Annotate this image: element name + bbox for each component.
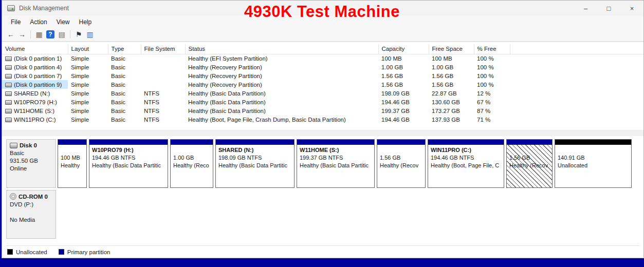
- partition-color-bar: [58, 140, 86, 145]
- partition-size: 194.46 GB NTFS: [431, 154, 501, 162]
- volume-row[interactable]: (Disk 0 partition 4)SimpleBasicHealthy (…: [2, 63, 643, 71]
- cell-filler: [510, 63, 643, 71]
- cell-file-system: NTFS: [141, 98, 185, 106]
- properties-icon[interactable]: ▥: [84, 29, 96, 40]
- action-pane-icon[interactable]: ⚑: [73, 29, 84, 40]
- column-header-capacity[interactable]: Capacity: [378, 44, 429, 54]
- partition-status: Healthy (Recov: [380, 162, 422, 169]
- cell-file-system: [141, 54, 185, 63]
- cell-layout: Simple: [68, 71, 108, 80]
- volume-row[interactable]: W10PRO79 (H:)SimpleBasicNTFSHealthy (Bas…: [2, 98, 643, 106]
- cell-capacity: 1.56 GB: [378, 80, 429, 89]
- partition-info: SHARED (N:)198.09 GB NTFSHealthy (Basic …: [216, 145, 294, 187]
- cell-status: Healthy (Recovery Partition): [185, 80, 378, 89]
- partition-status: Healthy (Basic Data Partitic: [300, 162, 372, 169]
- cell-filler: [510, 54, 643, 63]
- partition-block[interactable]: W11HOME (S:)199.37 GB NTFSHealthy (Basic…: [297, 139, 375, 188]
- cell-file-system: NTFS: [141, 106, 185, 115]
- partition-name: W10PRO79 (H:): [92, 146, 165, 154]
- help-icon[interactable]: ?: [46, 30, 54, 39]
- volume-name-cell[interactable]: (Disk 0 partition 9): [2, 80, 68, 89]
- volume-name-cell[interactable]: SHARED (N:): [2, 89, 68, 98]
- volume-name: WIN11PRO (C:): [14, 117, 56, 123]
- cell-filler: [510, 115, 643, 124]
- volume-name-cell[interactable]: (Disk 0 partition 4): [2, 63, 68, 71]
- column-header-file-system[interactable]: File System: [141, 44, 185, 54]
- volume-row[interactable]: W11HOME (S:)SimpleBasicNTFSHealthy (Basi…: [2, 106, 643, 115]
- partition-info: WIN11PRO (C:)194.46 GB NTFSHealthy (Boot…: [428, 145, 504, 187]
- cell-pct-free: 100 %: [474, 71, 510, 80]
- cell-type: Basic: [108, 63, 141, 71]
- pane-splitter[interactable]: [2, 130, 643, 136]
- volume-name: (Disk 0 partition 1): [14, 55, 62, 62]
- window-controls: –□×: [574, 1, 643, 16]
- volume-name-cell[interactable]: (Disk 0 partition 7): [2, 71, 68, 80]
- column-header-volume[interactable]: Volume: [2, 44, 68, 54]
- partition-name: [558, 146, 629, 154]
- partition-block[interactable]: 100 MBHealthy: [58, 139, 87, 188]
- menu-view[interactable]: View: [52, 17, 75, 27]
- cell-file-system: NTFS: [141, 115, 185, 124]
- column-header--free[interactable]: % Free: [474, 44, 510, 54]
- unallocated-block[interactable]: 140.91 GBUnallocated: [555, 139, 632, 188]
- volume-icon: [5, 109, 12, 113]
- partition-info: 1.00 GBHealthy (Reco: [171, 145, 213, 187]
- volume-name-cell[interactable]: WIN11PRO (C:): [2, 115, 68, 124]
- partition-block[interactable]: WIN11PRO (C:)194.46 GB NTFSHealthy (Boot…: [428, 139, 504, 188]
- column-header-type[interactable]: Type: [108, 44, 141, 54]
- volume-row[interactable]: SHARED (N:)SimpleBasicNTFSHealthy (Basic…: [2, 89, 643, 98]
- cell-type: Basic: [108, 106, 141, 115]
- volume-icon: [5, 83, 12, 87]
- volume-row[interactable]: (Disk 0 partition 1)SimpleBasicHealthy (…: [2, 54, 643, 63]
- back-icon[interactable]: ←: [5, 29, 16, 40]
- menu-help[interactable]: Help: [75, 17, 97, 27]
- menu-action[interactable]: Action: [25, 17, 51, 27]
- cell-file-system: [141, 80, 185, 89]
- cell-filler: [510, 106, 643, 115]
- partition-size: 199.37 GB NTFS: [300, 154, 372, 162]
- cdrom-row: CD-ROM 0 DVD (P:) No Media: [6, 190, 639, 239]
- cell-free-space: 22.87 GB: [429, 89, 474, 98]
- volume-row[interactable]: (Disk 0 partition 9)SimpleBasicHealthy (…: [2, 80, 643, 89]
- partition-name: [173, 146, 210, 154]
- partition-block[interactable]: 1.56 GBHealthy (Recov: [377, 139, 426, 188]
- column-header-free-space[interactable]: Free Space: [429, 44, 474, 54]
- cell-file-system: NTFS: [141, 89, 185, 98]
- cdrom-partitions-empty: [58, 190, 639, 239]
- partition-name: [61, 146, 84, 154]
- disk0-label-pane[interactable]: Disk 0 Basic 931.50 GB Online: [6, 139, 56, 188]
- legend-swatch: [59, 249, 64, 255]
- volume-name: W10PRO79 (H:): [14, 99, 57, 105]
- legend: UnallocatedPrimary partition: [6, 245, 639, 258]
- column-header-layout[interactable]: Layout: [68, 44, 108, 54]
- partition-size: 1.56 GB: [380, 154, 422, 162]
- volume-name-cell[interactable]: W11HOME (S:): [2, 106, 68, 115]
- volume-name-cell[interactable]: W10PRO79 (H:): [2, 98, 68, 106]
- console-tree-icon[interactable]: ▦: [33, 29, 45, 40]
- close-button[interactable]: ×: [620, 1, 643, 16]
- maximize-button[interactable]: □: [597, 1, 620, 16]
- cell-layout: Simple: [68, 63, 108, 71]
- cdrom-label-pane[interactable]: CD-ROM 0 DVD (P:) No Media: [6, 190, 56, 239]
- cell-file-system: [141, 63, 185, 71]
- cell-pct-free: 87 %: [474, 106, 510, 115]
- volume-row[interactable]: WIN11PRO (C:)SimpleBasicNTFSHealthy (Boo…: [2, 115, 643, 124]
- column-header-status[interactable]: Status: [185, 44, 378, 54]
- volume-row[interactable]: (Disk 0 partition 7)SimpleBasicHealthy (…: [2, 71, 643, 80]
- disk0-size: 931.50 GB: [10, 157, 52, 165]
- partition-block[interactable]: SHARED (N:)198.09 GB NTFSHealthy (Basic …: [215, 139, 295, 188]
- forward-icon[interactable]: →: [16, 29, 28, 40]
- volume-name-cell[interactable]: (Disk 0 partition 1): [2, 54, 68, 63]
- volume-icon: [5, 56, 12, 61]
- partition-block[interactable]: W10PRO79 (H:)194.46 GB NTFSHealthy (Basi…: [89, 139, 168, 188]
- menu-file[interactable]: File: [6, 17, 25, 27]
- minimize-button[interactable]: –: [574, 1, 597, 16]
- volume-name: SHARED (N:): [14, 90, 50, 97]
- titlebar[interactable]: Disk Management –□×: [2, 1, 643, 16]
- app-icon: [7, 5, 15, 11]
- partition-block[interactable]: 1.00 GBHealthy (Reco: [170, 139, 213, 188]
- partition-block[interactable]: 1.56 GBHealthy (Recov: [506, 139, 553, 188]
- cell-layout: Simple: [68, 89, 108, 98]
- legend-label: Primary partition: [67, 249, 111, 255]
- details-view-icon[interactable]: ▤: [56, 29, 67, 40]
